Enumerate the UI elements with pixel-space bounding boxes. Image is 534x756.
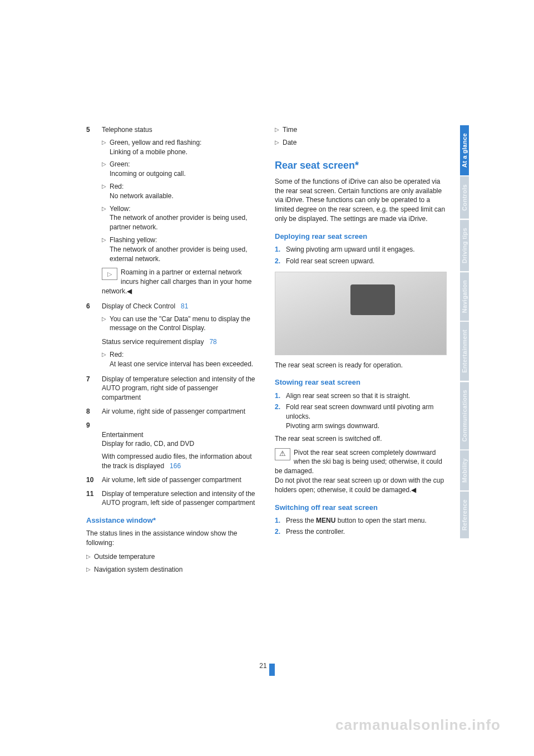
menu-button-label: MENU xyxy=(316,517,335,524)
watermark: carmanualsonline.info xyxy=(335,716,501,734)
item-text: Telephone status xyxy=(102,125,258,135)
warning-icon: ⚠ xyxy=(275,448,290,460)
item-text: Display of temperature selection and int… xyxy=(102,375,258,402)
page-content: 5 Telephone status ▷Green, yellow and re… xyxy=(86,125,447,574)
list-item: 5 Telephone status xyxy=(86,125,258,135)
rear-seat-screen-image xyxy=(275,272,447,355)
sub-item: ▷Green: Incoming or outgoing call. xyxy=(102,160,258,179)
section-heading: Stowing rear seat screen xyxy=(275,377,447,387)
step-number: 2. xyxy=(275,257,286,266)
triangle-icon: ▷ xyxy=(102,138,106,157)
paragraph: The rear seat screen is ready for operat… xyxy=(275,361,447,370)
page-number: 21 xyxy=(0,660,534,672)
list-item: 9 Entertainment Display for radio, CD, a… xyxy=(86,421,258,449)
triangle-icon: ▷ xyxy=(275,125,279,135)
step-number: 1. xyxy=(275,245,286,254)
item-text: Display of Check Control 81 xyxy=(102,302,258,311)
triangle-icon: ▷ xyxy=(86,565,91,575)
sub-item: ▷Yellow: The network of another provider… xyxy=(102,204,258,232)
item-tail: Status service requirement display 78 xyxy=(102,337,258,347)
tab-driving-tips[interactable]: Driving tips xyxy=(460,220,469,271)
right-column: ▷Time ▷Date Rear seat screen* Some of th… xyxy=(275,125,447,574)
tab-controls[interactable]: Controls xyxy=(460,176,469,219)
step-number: 1. xyxy=(275,516,286,526)
paragraph: The status lines in the assistance windo… xyxy=(86,529,258,548)
step-number: 1. xyxy=(275,391,286,401)
item-number: 8 xyxy=(86,407,102,416)
left-column: 5 Telephone status ▷Green, yellow and re… xyxy=(86,125,258,574)
page-bar-icon xyxy=(269,664,275,676)
step-item: 1.Align rear seat screen so that it is s… xyxy=(275,391,447,401)
warning-block: ⚠ Pivot the rear seat screen completely … xyxy=(275,448,447,495)
sub-item: ▷You can use the "Car Data" menu to disp… xyxy=(102,315,258,333)
warning-text: Pivot the rear seat screen completely do… xyxy=(275,449,444,494)
page-ref[interactable]: 166 xyxy=(170,462,181,470)
note-icon: ▷ xyxy=(102,268,117,280)
page-ref[interactable]: 81 xyxy=(181,302,188,310)
triangle-icon: ▷ xyxy=(102,182,106,201)
item-text: Air volume, right side of passenger comp… xyxy=(102,407,258,416)
tab-at-a-glance[interactable]: At a glance xyxy=(460,125,469,175)
step-item: 2.Fold rear seat screen downward until p… xyxy=(275,402,447,430)
item-number: 9 xyxy=(86,421,102,449)
triangle-icon: ▷ xyxy=(86,552,91,562)
sub-item: ▷Flashing yellow: The network of another… xyxy=(102,235,258,263)
tab-communications[interactable]: Communications xyxy=(460,382,469,449)
section-heading: Assistance window* xyxy=(86,516,258,526)
step-number: 2. xyxy=(275,402,286,430)
sub-item: ▷Outside temperature xyxy=(86,552,258,562)
section-heading-large: Rear seat screen* xyxy=(275,159,447,173)
step-item: 1. Press the MENU button to open the sta… xyxy=(275,516,447,526)
item-number: 10 xyxy=(86,475,102,485)
step-number: 2. xyxy=(275,527,286,537)
section-heading: Deploying rear seat screen xyxy=(275,232,447,242)
item-number: 7 xyxy=(86,375,102,402)
note-text: Roaming in a partner or external network… xyxy=(102,268,251,295)
item-text: Display of temperature selection and int… xyxy=(102,489,258,508)
item-number: 11 xyxy=(86,489,102,508)
triangle-icon: ▷ xyxy=(102,350,106,369)
sub-item: ▷Red: No network available. xyxy=(102,182,258,201)
item-text: Entertainment Display for radio, CD, and… xyxy=(102,421,258,449)
list-item: 7 Display of temperature selection and i… xyxy=(86,375,258,402)
triangle-icon: ▷ xyxy=(102,315,106,333)
triangle-icon: ▷ xyxy=(275,138,279,148)
paragraph: Some of the functions of iDrive can also… xyxy=(275,177,447,224)
tab-entertainment[interactable]: Entertainment xyxy=(460,322,469,381)
page-ref[interactable]: 78 xyxy=(209,338,216,346)
triangle-icon: ▷ xyxy=(102,235,106,263)
list-item: 11 Display of temperature selection and … xyxy=(86,489,258,508)
sub-item: ▷Red: At least one service interval has … xyxy=(102,350,258,369)
sub-item: ▷Green, yellow and red flashing: Linking… xyxy=(102,138,258,157)
step-item: 2.Fold rear seat screen upward. xyxy=(275,257,447,266)
note-block: ▷ Roaming in a partner or external netwo… xyxy=(102,268,258,296)
step-item: 2.Press the controller. xyxy=(275,527,447,537)
triangle-icon: ▷ xyxy=(102,160,106,179)
item-tail: With compressed audio files, the informa… xyxy=(102,452,258,471)
sub-item: ▷Time xyxy=(275,125,447,135)
list-item: 8 Air volume, right side of passenger co… xyxy=(86,407,258,416)
section-tabs: At a glance Controls Driving tips Naviga… xyxy=(460,125,470,539)
list-item: 10 Air volume, left side of passenger co… xyxy=(86,475,258,485)
item-number: 5 xyxy=(86,125,102,135)
sub-item: ▷Date xyxy=(275,138,447,148)
step-item: 1.Swing pivoting arm upward until it eng… xyxy=(275,245,447,254)
list-item: 6 Display of Check Control 81 xyxy=(86,302,258,311)
section-heading: Switching off rear seat screen xyxy=(275,503,447,513)
sub-item: ▷Navigation system destination xyxy=(86,565,258,575)
tab-reference[interactable]: Reference xyxy=(460,492,469,538)
tab-navigation[interactable]: Navigation xyxy=(460,272,469,321)
paragraph: The rear seat screen is switched off. xyxy=(275,434,447,444)
triangle-icon: ▷ xyxy=(102,204,106,232)
tab-mobility[interactable]: Mobility xyxy=(460,450,469,490)
item-number: 6 xyxy=(86,302,102,311)
item-text: Air volume, left side of passenger compa… xyxy=(102,475,258,485)
